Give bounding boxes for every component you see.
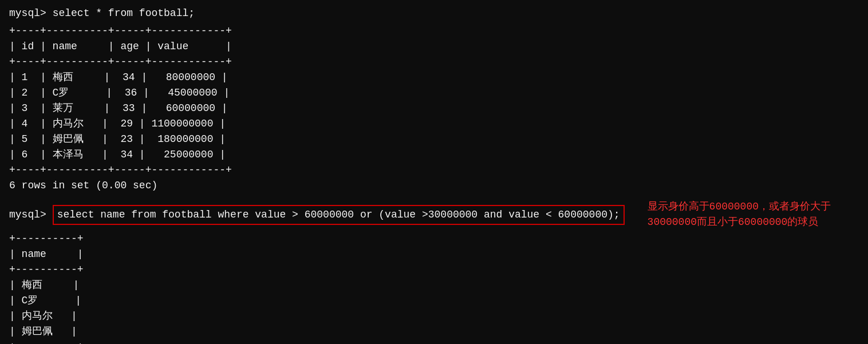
second-prompt: mysql> [9,207,53,223]
table2-header: | name | [9,247,859,262]
table-row: | 内马尔 | [9,309,859,324]
table-row: | 姆巴佩 | [9,324,859,339]
table-row: | 梅西 | [9,278,859,293]
first-query-text: mysql> select * from football; [9,6,859,21]
table1-summary: 6 rows in set (0.00 sec) [9,178,859,193]
table-row: | 4 | 内马尔 | 29 | 1100000000 | [9,116,859,132]
table-row: | 6 | 本泽马 | 34 | 25000000 | [9,147,859,163]
table-row: | 2 | C罗 | 36 | 45000000 | [9,85,859,101]
table1-border-top: +----+----------+-----+------------+ [9,23,859,39]
table1-border-bottom: +----+----------+-----+------------+ [9,163,859,178]
table1-rows: | 1 | 梅西 | 34 | 80000000 || 2 | C罗 | 36 … [9,70,859,163]
table-row: | 3 | 莱万 | 33 | 60000000 | [9,101,859,116]
annotation-text: 显示身价高于60000000，或者身价大于30000000而且小于6000000… [648,199,859,230]
terminal-window: mysql> select * from football; +----+---… [9,6,859,344]
table1-container: +----+----------+-----+------------+ | i… [9,23,859,193]
table2-rows: | 梅西 || C罗 || 内马尔 || 姆巴佩 | [9,278,859,339]
first-prompt: mysql> [9,7,53,19]
first-command: select * from football; [53,7,195,19]
table2-border-bottom: +----------+ [9,339,859,344]
table2-border-top: +----------+ [9,231,859,247]
spacer [9,193,859,199]
second-query-line: mysql> select name from football where v… [9,199,859,230]
table1-header: | id | name | age | value | [9,39,859,54]
table2-container: +----------+ | name | +----------+ | 梅西 … [9,231,859,344]
table-row: | 1 | 梅西 | 34 | 80000000 | [9,70,859,85]
table1-border-mid: +----+----------+-----+------------+ [9,54,859,70]
table2-border-mid: +----------+ [9,262,859,278]
table-row: | C罗 | [9,293,859,309]
table-row: | 5 | 姆巴佩 | 23 | 180000000 | [9,132,859,147]
second-query-box: select name from football where value > … [53,205,625,225]
first-query-line: mysql> select * from football; [9,6,859,21]
